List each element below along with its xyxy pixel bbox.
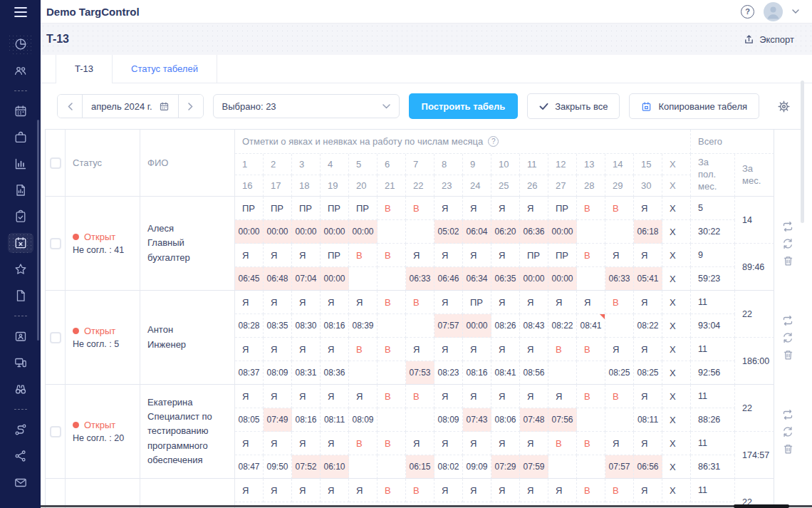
day-time-cell[interactable]: [378, 455, 406, 479]
tab-t13[interactable]: T-13: [56, 55, 113, 83]
day-type-cell[interactable]: ПР: [520, 244, 548, 267]
day-time-cell[interactable]: [349, 267, 378, 291]
day-time-cell[interactable]: 08:16: [463, 361, 491, 385]
day-type-cell[interactable]: Я: [434, 432, 463, 455]
day-time-cell[interactable]: [406, 314, 434, 338]
close-all-button[interactable]: Закрыть все: [527, 93, 620, 119]
day-type-cell[interactable]: ПР: [463, 291, 491, 314]
day-type-cell[interactable]: Я: [520, 479, 548, 502]
day-type-cell[interactable]: ПР: [321, 244, 349, 267]
day-type-cell[interactable]: ПР: [264, 197, 292, 220]
day-time-cell[interactable]: 06:15: [406, 455, 434, 479]
day-time-cell[interactable]: [378, 314, 406, 338]
day-time-cell[interactable]: 08:31: [292, 361, 321, 385]
day-type-cell[interactable]: Я: [491, 479, 520, 502]
day-time-cell[interactable]: [349, 455, 378, 479]
day-time-cell[interactable]: 08:35: [264, 314, 292, 338]
refresh-icon[interactable]: [782, 332, 793, 343]
day-time-cell[interactable]: 08:09: [349, 408, 378, 432]
day-time-cell[interactable]: 08:23: [434, 361, 463, 385]
day-time-cell[interactable]: 00:00: [321, 267, 349, 291]
avatar[interactable]: [764, 2, 783, 21]
day-type-cell[interactable]: Я: [520, 291, 548, 314]
sidebar-item-schedule[interactable]: [8, 101, 33, 121]
day-type-cell[interactable]: В: [349, 432, 378, 455]
day-type-cell[interactable]: Я: [634, 432, 662, 455]
day-time-cell[interactable]: 06:10: [321, 455, 349, 479]
day-type-cell[interactable]: В: [577, 197, 605, 220]
sidebar-item-devices[interactable]: [8, 353, 33, 373]
day-time-cell[interactable]: 00:00: [235, 220, 264, 244]
day-type-cell[interactable]: В: [378, 338, 406, 361]
build-timesheet-button[interactable]: Построить табель: [409, 93, 519, 119]
day-type-cell[interactable]: В: [605, 385, 634, 408]
day-time-cell[interactable]: 06:20: [491, 220, 520, 244]
day-type-cell[interactable]: В: [406, 197, 434, 220]
day-time-cell[interactable]: [605, 314, 634, 338]
sidebar-item-monitoring[interactable]: [8, 379, 33, 399]
day-type-cell[interactable]: В: [378, 432, 406, 455]
day-time-cell[interactable]: [406, 408, 434, 432]
day-type-cell[interactable]: Я: [520, 385, 548, 408]
day-time-cell[interactable]: 08:25: [605, 361, 634, 385]
day-time-cell[interactable]: 06:35: [491, 267, 520, 291]
day-time-cell[interactable]: 08:37: [235, 361, 264, 385]
day-time-cell[interactable]: 00:00: [292, 220, 321, 244]
day-time-cell[interactable]: 08:43: [520, 314, 548, 338]
day-type-cell[interactable]: ПР: [548, 244, 577, 267]
day-type-cell[interactable]: Я: [292, 479, 321, 502]
sidebar-item-badges[interactable]: [8, 326, 33, 346]
day-time-cell[interactable]: [349, 361, 378, 385]
day-type-cell[interactable]: В: [577, 244, 605, 267]
day-time-cell[interactable]: 06:56: [634, 455, 662, 479]
day-type-cell[interactable]: Я: [520, 432, 548, 455]
day-type-cell[interactable]: Я: [434, 244, 463, 267]
day-time-cell[interactable]: 08:22: [634, 314, 662, 338]
day-type-cell[interactable]: Я: [235, 385, 264, 408]
day-time-cell[interactable]: 06:33: [406, 267, 434, 291]
day-type-cell[interactable]: В: [605, 479, 634, 502]
day-type-cell[interactable]: Я: [349, 291, 378, 314]
day-type-cell[interactable]: Я: [463, 479, 491, 502]
day-type-cell[interactable]: Я: [321, 291, 349, 314]
day-type-cell[interactable]: Я: [321, 385, 349, 408]
day-time-cell[interactable]: 08:56: [520, 361, 548, 385]
day-time-cell[interactable]: 07:29: [491, 455, 520, 479]
day-time-cell[interactable]: 00:00: [520, 267, 548, 291]
day-type-cell[interactable]: Я: [434, 338, 463, 361]
sidebar-scrollbar[interactable]: [37, 120, 39, 341]
tab-status-tabeley[interactable]: Статус табелей: [113, 55, 217, 83]
sidebar-item-integrations[interactable]: [8, 446, 33, 466]
day-time-cell[interactable]: 08:09: [264, 361, 292, 385]
day-time-cell[interactable]: 08:39: [349, 314, 378, 338]
day-type-cell[interactable]: В: [605, 197, 634, 220]
day-type-cell[interactable]: Я: [292, 291, 321, 314]
day-time-cell[interactable]: [378, 220, 406, 244]
day-type-cell[interactable]: В: [406, 385, 434, 408]
day-time-cell[interactable]: 07:57: [605, 455, 634, 479]
day-type-cell[interactable]: Я: [349, 385, 378, 408]
day-type-cell[interactable]: Я: [605, 244, 634, 267]
next-month-button[interactable]: [178, 95, 203, 118]
day-type-cell[interactable]: Я: [292, 432, 321, 455]
day-type-cell[interactable]: Я: [634, 338, 662, 361]
day-time-cell[interactable]: 08:41: [577, 314, 605, 338]
day-type-cell[interactable]: Я: [321, 432, 349, 455]
day-time-cell[interactable]: 05:02: [434, 220, 463, 244]
day-type-cell[interactable]: В: [378, 244, 406, 267]
day-time-cell[interactable]: 07:59: [520, 455, 548, 479]
recalculate-icon[interactable]: [782, 221, 793, 232]
day-type-cell[interactable]: В: [406, 479, 434, 502]
day-type-cell[interactable]: Я: [634, 479, 662, 502]
day-type-cell[interactable]: В: [378, 479, 406, 502]
day-type-cell[interactable]: В: [577, 338, 605, 361]
day-type-cell[interactable]: В: [548, 432, 577, 455]
day-time-cell[interactable]: 08:09: [434, 408, 463, 432]
day-time-cell[interactable]: 00:00: [321, 220, 349, 244]
refresh-icon[interactable]: [782, 426, 793, 437]
day-time-cell[interactable]: 06:36: [520, 220, 548, 244]
day-type-cell[interactable]: Я: [520, 338, 548, 361]
day-time-cell[interactable]: 07:53: [406, 361, 434, 385]
day-type-cell[interactable]: Я: [235, 244, 264, 267]
day-time-cell[interactable]: 08:28: [235, 314, 264, 338]
